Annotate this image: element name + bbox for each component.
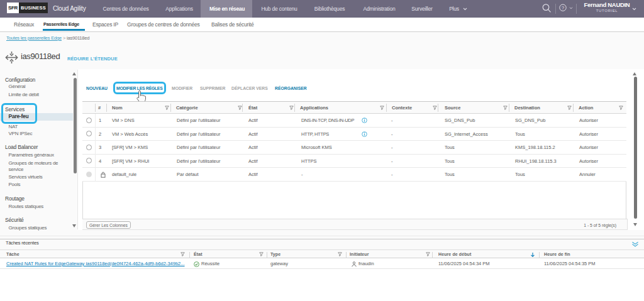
svg-text:?: ? [562,5,565,11]
